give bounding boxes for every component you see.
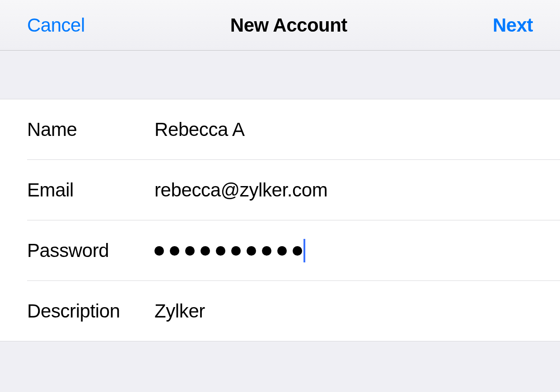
password-dot	[170, 246, 179, 256]
account-form: Name Email Password Description	[0, 99, 560, 341]
name-row: Name	[0, 99, 560, 160]
name-label: Name	[27, 119, 154, 140]
navigation-bar: Cancel New Account Next	[0, 0, 560, 51]
bottom-spacer	[0, 341, 560, 392]
password-dot	[247, 246, 256, 256]
password-dot	[262, 246, 271, 256]
description-label: Description	[27, 300, 154, 322]
password-dot	[216, 246, 225, 256]
password-dot	[293, 246, 302, 256]
email-input[interactable]	[154, 177, 560, 204]
name-input[interactable]	[154, 116, 560, 143]
password-dot	[185, 246, 195, 256]
description-row: Description	[0, 281, 560, 341]
page-title: New Account	[230, 14, 347, 36]
cancel-button[interactable]: Cancel	[27, 14, 85, 36]
password-dot	[154, 246, 164, 256]
password-input[interactable]	[154, 239, 560, 262]
email-row: Email	[0, 160, 560, 220]
next-button[interactable]: Next	[493, 14, 533, 36]
description-input[interactable]	[154, 298, 560, 325]
password-label: Password	[27, 240, 154, 261]
password-dot	[231, 246, 241, 256]
password-dots	[154, 246, 302, 256]
password-row: Password	[0, 220, 560, 281]
text-cursor	[303, 239, 305, 262]
password-dot	[277, 246, 287, 256]
email-label: Email	[27, 179, 154, 201]
section-spacer	[0, 51, 560, 99]
password-dot	[201, 246, 210, 256]
